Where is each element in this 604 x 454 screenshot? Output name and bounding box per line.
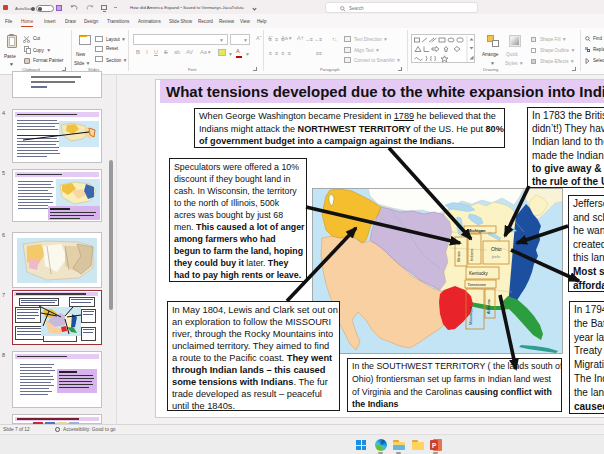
svg-text:Mississippi: Mississippi: [469, 306, 473, 325]
svg-text:Michigan: Michigan: [468, 228, 487, 233]
svg-text:Tennessee: Tennessee: [468, 283, 486, 287]
svg-text:Kentucky: Kentucky: [469, 271, 489, 276]
svg-text:Indiana: Indiana: [470, 248, 474, 261]
svg-text:Illinois: Illinois: [457, 251, 461, 262]
svg-text:forks: forks: [492, 254, 500, 259]
svg-text:Ohio: Ohio: [491, 246, 502, 252]
svg-text:Alabama: Alabama: [487, 298, 491, 314]
